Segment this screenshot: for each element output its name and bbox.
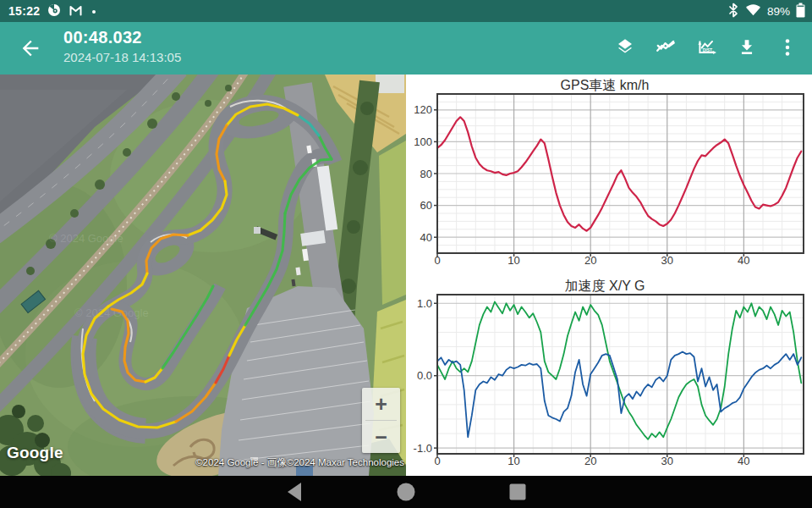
battery-icon	[796, 3, 805, 20]
zoom-in-button[interactable]: +	[362, 388, 400, 420]
speed-chart: 406080100120010203040 GPS車速 km/h	[406, 75, 812, 275]
session-datetime: 2024-07-18 14:13:05	[63, 50, 181, 64]
svg-text:100: 100	[414, 135, 432, 148]
map-building-topright	[376, 75, 404, 93]
svg-text:1.0: 1.0	[417, 297, 432, 310]
accel-chart-title: 加速度 X/Y G	[406, 278, 804, 295]
svg-text:-1.0: -1.0	[414, 442, 432, 455]
lap-timer-app: 15:22	[0, 0, 812, 508]
distance-chart-button[interactable]: DIST.	[695, 36, 717, 58]
map-attribution: ©2024 Google - 画像©2024 Maxar Technologie…	[195, 456, 404, 469]
android-nav-bar	[0, 476, 812, 508]
map-terrain: © 2024 Google © 2024 Google	[0, 75, 406, 476]
svg-text:60: 60	[420, 199, 432, 212]
app-notification-icon	[47, 3, 61, 19]
bluetooth-icon	[727, 3, 739, 20]
back-button[interactable]	[19, 36, 42, 60]
svg-text:120: 120	[414, 103, 432, 116]
svg-text:40: 40	[420, 231, 432, 244]
dist-icon-label: DIST.	[703, 47, 714, 52]
status-bar: 15:22	[0, 0, 812, 22]
map-layers-button[interactable]	[614, 36, 636, 58]
notification-dot-icon	[91, 4, 97, 18]
svg-text:0.0: 0.0	[417, 369, 432, 382]
gmail-notification-icon	[69, 3, 83, 19]
map-zoom-control: + −	[362, 388, 400, 453]
svg-text:80: 80	[420, 168, 432, 180]
google-logo: Google	[7, 444, 63, 462]
nav-back-button[interactable]	[284, 482, 304, 502]
charts-panel: 406080100120010203040 GPS車速 km/h 1.00.0-…	[406, 75, 812, 476]
nav-home-button[interactable]	[396, 482, 416, 502]
satellite-map[interactable]: © 2024 Google © 2024 Google Google ©2024…	[0, 75, 406, 476]
nav-recents-button[interactable]	[508, 482, 528, 502]
download-button[interactable]	[736, 36, 758, 58]
map-pit-tower	[254, 227, 261, 234]
zoom-out-button[interactable]: −	[362, 421, 400, 453]
app-bar: 00:48.032 2024-07-18 14:13:05	[0, 22, 812, 75]
battery-percent-label: 89%	[767, 5, 790, 18]
lap-time-title: 00:48.032	[63, 28, 181, 47]
wifi-icon	[745, 3, 761, 19]
status-clock: 15:22	[8, 4, 40, 18]
overflow-menu-button[interactable]	[776, 36, 798, 58]
accel-chart: 1.00.0-1.0010203040 加速度 X/Y G	[406, 275, 812, 476]
speed-chart-title: GPS車速 km/h	[406, 77, 804, 95]
multi-line-chart-button[interactable]	[655, 36, 677, 58]
map-watermark: © 2024 Google	[49, 232, 123, 245]
